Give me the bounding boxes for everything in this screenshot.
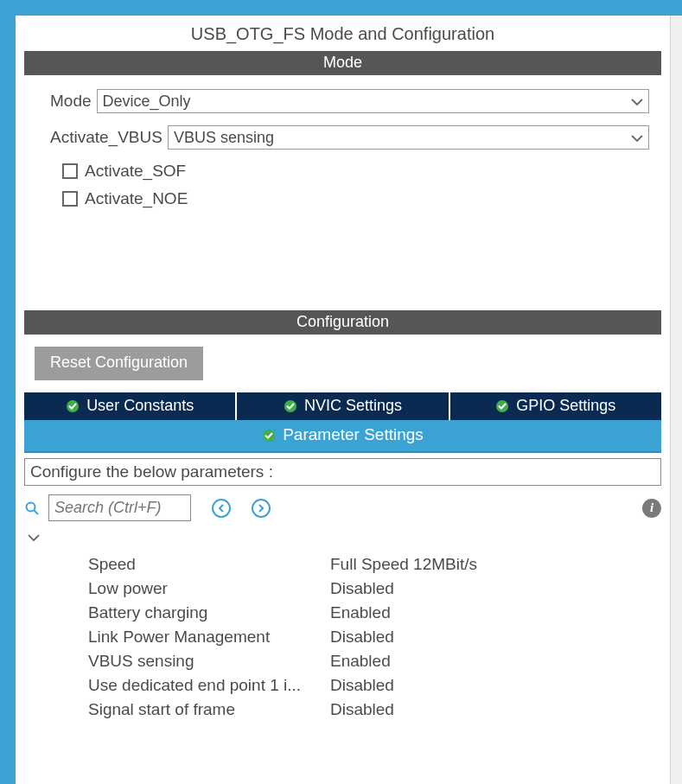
- left-stripe: [0, 0, 16, 784]
- chevron-down-icon: [631, 92, 643, 111]
- parameter-value: Disabled: [330, 700, 394, 719]
- parameter-value: Enabled: [330, 652, 391, 671]
- check-circle-icon: [284, 399, 297, 413]
- parameter-value: Disabled: [330, 628, 394, 647]
- activate-vbus-value: VBUS sensing: [174, 129, 274, 147]
- svg-line-5: [35, 510, 39, 514]
- mode-panel: Mode Device_Only Activate_VBUS VBUS sens…: [16, 75, 670, 310]
- info-icon[interactable]: i: [642, 499, 661, 518]
- check-circle-icon: [495, 399, 509, 413]
- parameter-row[interactable]: Battery chargingEnabled: [88, 603, 661, 622]
- parameter-name: Use dedicated end point 1 i...: [88, 676, 330, 695]
- tab-label: User Constants: [86, 397, 194, 415]
- tab-label: Parameter Settings: [283, 425, 424, 444]
- activate-sof-checkbox[interactable]: [62, 163, 78, 179]
- search-prev-button[interactable]: [212, 499, 231, 518]
- search-icon: [24, 500, 40, 516]
- tab-label: GPIO Settings: [516, 397, 615, 415]
- activate-noe-label: Activate_NOE: [85, 189, 188, 208]
- search-input[interactable]: [48, 494, 191, 521]
- parameter-value: Enabled: [330, 603, 391, 622]
- parameter-description: Configure the below parameters :: [24, 458, 661, 486]
- parameter-name: Speed: [88, 555, 330, 574]
- parameter-name: Battery charging: [88, 603, 330, 622]
- parameter-value: Disabled: [330, 579, 394, 598]
- parameter-row[interactable]: SpeedFull Speed 12MBit/s: [88, 555, 661, 574]
- tab-nvic-settings[interactable]: NVIC Settings: [237, 392, 448, 420]
- tab-label: NVIC Settings: [304, 397, 402, 415]
- check-circle-icon: [66, 399, 80, 413]
- chevron-down-icon: [631, 129, 643, 147]
- parameter-value: Full Speed 12MBit/s: [330, 555, 477, 574]
- activate-noe-checkbox[interactable]: [62, 191, 78, 207]
- mode-select[interactable]: Device_Only: [97, 89, 649, 113]
- configuration-section-header: Configuration: [24, 310, 661, 335]
- reset-configuration-button[interactable]: Reset Configuration: [35, 347, 203, 380]
- parameter-table: SpeedFull Speed 12MBit/sLow powerDisable…: [88, 555, 661, 719]
- parameter-name: Link Power Management: [88, 628, 330, 647]
- mode-section-header: Mode: [24, 51, 661, 75]
- parameter-name: Signal start of frame: [88, 700, 330, 719]
- parameter-name: VBUS sensing: [88, 652, 330, 671]
- parameter-row[interactable]: VBUS sensingEnabled: [88, 652, 661, 671]
- page-title: USB_OTG_FS Mode and Configuration: [16, 16, 670, 51]
- mode-label: Mode: [50, 92, 92, 111]
- mode-select-value: Device_Only: [103, 92, 191, 111]
- parameter-row[interactable]: Low powerDisabled: [88, 579, 661, 598]
- parameter-name: Low power: [88, 579, 330, 598]
- parameter-row[interactable]: Link Power ManagementDisabled: [88, 628, 661, 647]
- tab-row-top: User Constants NVIC Settings GPIO Settin…: [24, 392, 661, 420]
- collapse-toggle[interactable]: [28, 528, 661, 546]
- activate-vbus-label: Activate_VBUS: [50, 128, 163, 147]
- tab-gpio-settings[interactable]: GPIO Settings: [450, 392, 661, 420]
- parameter-row[interactable]: Use dedicated end point 1 i...Disabled: [88, 676, 661, 695]
- check-circle-icon: [262, 428, 276, 442]
- activate-vbus-select[interactable]: VBUS sensing: [168, 125, 649, 150]
- tab-parameter-settings[interactable]: Parameter Settings: [24, 420, 661, 453]
- scrollbar[interactable]: [670, 16, 682, 784]
- parameter-row[interactable]: Signal start of frameDisabled: [88, 700, 661, 719]
- parameter-value: Disabled: [330, 676, 394, 695]
- activate-sof-label: Activate_SOF: [85, 162, 186, 181]
- tab-user-constants[interactable]: User Constants: [24, 392, 235, 420]
- search-next-button[interactable]: [252, 499, 271, 518]
- svg-point-4: [27, 502, 35, 511]
- top-bar: [0, 0, 682, 16]
